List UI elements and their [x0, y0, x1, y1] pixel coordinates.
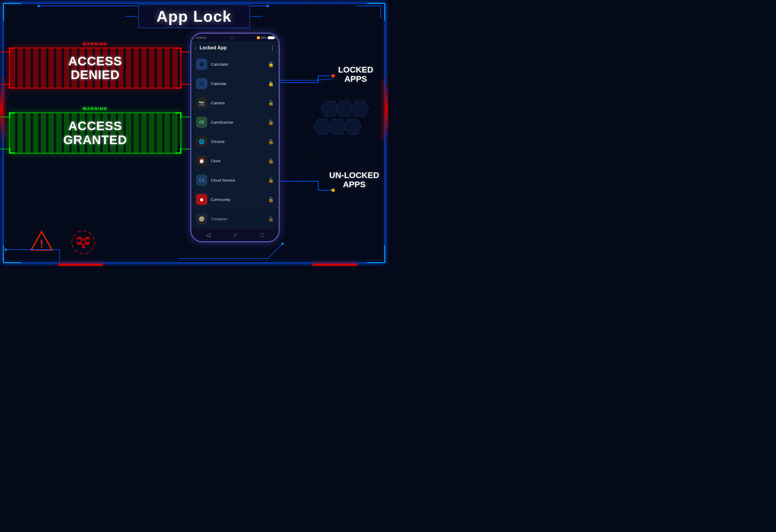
- lock-icon-clock[interactable]: 🔓: [268, 158, 274, 164]
- svg-point-21: [5, 248, 7, 251]
- access-granted-box: ACCESS GRANTED: [9, 112, 181, 153]
- lock-icon-compass[interactable]: 🔓: [268, 216, 274, 222]
- list-item[interactable]: ⊞ Calculator 🔒: [192, 55, 277, 74]
- app-icon-community: ◼: [196, 194, 207, 205]
- lock-icon-community[interactable]: 🔓: [268, 197, 274, 202]
- svg-marker-32: [344, 119, 361, 135]
- lock-icon-calculator[interactable]: 🔒: [268, 61, 274, 67]
- corner-tl: [3, 3, 21, 21]
- svg-point-8: [331, 74, 335, 77]
- phone-status-bar: 12:05:11 📶 88%: [191, 34, 279, 42]
- nav-back-button[interactable]: ◁: [206, 232, 210, 238]
- app-name-compass: Compass: [211, 217, 268, 221]
- svg-text:!: !: [40, 237, 44, 250]
- access-granted-text: ACCESS GRANTED: [19, 119, 172, 147]
- app-name-calendar: Calendar: [211, 81, 268, 86]
- unlocked-apps-text-line1: UN-LOCKED: [329, 171, 379, 180]
- unlocked-apps-label: UN-LOCKED APPS: [329, 171, 379, 189]
- app-icon-camscanner: CS: [196, 116, 207, 128]
- bracket-tl-granted: [9, 112, 15, 118]
- list-item[interactable]: 📷 Camera 🔓: [192, 94, 277, 112]
- locked-apps-label: LOCKED APPS: [338, 65, 373, 84]
- access-granted-section: WARNING ACCESS GRANTED: [9, 106, 181, 153]
- left-panel: WARNING ACCESS DENIED WARNING: [9, 30, 181, 253]
- battery-text: 88%: [261, 36, 266, 39]
- app-icon-calendar: 22: [196, 78, 207, 89]
- title-area: App Lock: [138, 4, 250, 28]
- app-icon-chrome: 🌐: [196, 136, 207, 147]
- app-name-cloudservice: Cloud Service: [211, 178, 268, 183]
- lock-icon-cloudservice[interactable]: 🔓: [268, 178, 274, 183]
- bracket-bl-denied: [9, 83, 15, 88]
- warning-triangle-icon: !: [30, 230, 53, 251]
- bracket-bl-granted: [9, 148, 15, 154]
- app-icon-camera: 📷: [196, 97, 207, 108]
- warning-label-denied: WARNING: [9, 42, 181, 46]
- phone-status-right: 📶 88%: [257, 36, 274, 39]
- nav-home-button[interactable]: ○: [234, 232, 237, 238]
- svg-line-16: [268, 244, 282, 259]
- app-name-community: Community: [211, 197, 268, 202]
- lock-icon-calendar[interactable]: 🔒: [268, 81, 274, 86]
- bracket-tr-granted: [176, 112, 181, 118]
- list-item[interactable]: 🧭 Compass 🔓: [192, 210, 277, 228]
- bracket-br-granted: [176, 148, 181, 154]
- more-options-icon[interactable]: ⋮: [270, 45, 275, 51]
- radiation-icon: [71, 230, 95, 254]
- phone-container: 12:05:11 📶 88% ‹ Locked App ⋮: [190, 33, 279, 242]
- lock-icon-camera[interactable]: 🔓: [268, 100, 274, 106]
- nav-recent-button[interactable]: □: [260, 232, 264, 238]
- app-icon-calculator: ⊞: [196, 58, 207, 70]
- svg-point-26: [72, 231, 95, 254]
- phone-bottom-nav: ◁ ○ □: [191, 229, 279, 241]
- app-icon-compass: 🧭: [196, 213, 207, 224]
- svg-point-25: [81, 240, 86, 245]
- access-denied-section: WARNING ACCESS DENIED: [9, 42, 181, 88]
- bracket-tl-denied: [9, 47, 15, 53]
- bracket-br-denied: [176, 83, 181, 88]
- red-bottom-left: [58, 264, 103, 266]
- locked-apps-text-line2: APPS: [338, 75, 373, 84]
- title-box: App Lock: [138, 4, 250, 28]
- svg-line-4: [315, 79, 333, 80]
- locked-apps-text-line1: LOCKED: [338, 65, 373, 75]
- hexagons-svg: [312, 98, 372, 152]
- app-icon-clock: ⏰: [196, 155, 207, 167]
- lock-icon-chrome[interactable]: 🔓: [268, 139, 274, 145]
- list-item[interactable]: CS CamScanner 🔓: [192, 113, 277, 131]
- svg-marker-29: [351, 101, 369, 116]
- app-name-clock: Clock: [211, 159, 268, 163]
- lock-icon-camscanner[interactable]: 🔓: [268, 119, 274, 125]
- unlocked-apps-text-line2: APPS: [329, 180, 379, 189]
- svg-point-20: [266, 5, 269, 7]
- list-item[interactable]: Co Cloud Service 🔓: [192, 171, 277, 190]
- phone-frame: 12:05:11 📶 88% ‹ Locked App ⋮: [190, 33, 279, 242]
- app-name-camscanner: CamScanner: [211, 120, 268, 124]
- red-right-accent: [385, 80, 388, 140]
- corner-tr: [367, 3, 385, 21]
- list-item[interactable]: 22 Calendar 🔒: [192, 74, 277, 93]
- svg-point-22: [281, 243, 284, 245]
- warning-label-granted: WARNING: [9, 106, 181, 111]
- app-title: App Lock: [157, 8, 232, 25]
- access-denied-text: ACCESS DENIED: [19, 54, 172, 82]
- app-name-camera: Camera: [211, 101, 268, 105]
- bracket-tr-denied: [176, 47, 181, 53]
- list-item[interactable]: ⏰ Clock 🔓: [192, 152, 277, 170]
- list-item[interactable]: ◼ Community 🔓: [192, 190, 277, 209]
- hex-decorations: [312, 98, 372, 153]
- phone-header: ‹ Locked App ⋮: [191, 42, 279, 54]
- main-container: App Lock WARNING ACCESS DENIED WARNING: [0, 0, 388, 266]
- phone-app-list: ⊞ Calculator 🔒 22 Calendar 🔒 📷 Camera 🔓 …: [191, 54, 279, 229]
- app-name-chrome: Chrome: [211, 140, 268, 144]
- icons-bottom: !: [30, 230, 95, 254]
- access-denied-box: ACCESS DENIED: [9, 47, 181, 88]
- list-item[interactable]: 🌐 Chrome 🔓: [192, 132, 277, 151]
- svg-point-19: [37, 5, 40, 7]
- app-icon-cloudservice: Co: [196, 175, 207, 186]
- back-button[interactable]: ‹: [195, 45, 197, 51]
- red-bottom-right: [313, 264, 357, 266]
- battery-indicator: [268, 36, 274, 39]
- corner-br: [367, 245, 385, 263]
- phone-time: 12:05:11: [196, 36, 206, 39]
